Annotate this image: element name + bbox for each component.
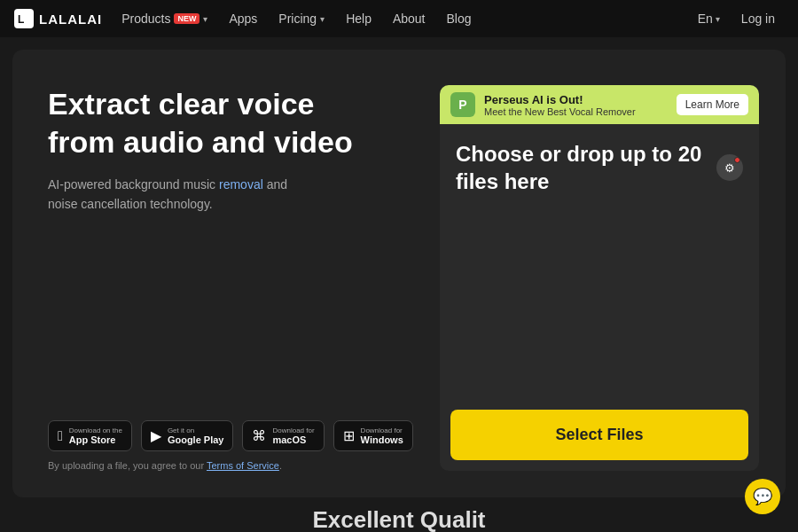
nav-about[interactable]: About [384, 8, 434, 29]
main-section: Extract clear voice from audio and video… [12, 50, 786, 497]
highlight-removal: removal [219, 177, 263, 192]
learn-more-button[interactable]: Learn More [677, 94, 748, 115]
logo[interactable]: L LALALAI [14, 9, 102, 28]
googleplay-badge[interactable]: ▶ Get it on Google Play [141, 420, 234, 451]
nav-help[interactable]: Help [337, 8, 380, 29]
nav-about-label: About [393, 12, 426, 26]
promo-icon: P [450, 92, 475, 117]
brand-name: LALALAI [39, 12, 102, 27]
dropzone-body[interactable] [440, 204, 759, 399]
navbar: L LALALAI Products NEW ▾ Apps Pricing ▾ … [0, 0, 798, 37]
nav-pricing-label: Pricing [278, 12, 317, 26]
language-label: En [698, 12, 713, 26]
notification-dot [734, 157, 740, 163]
promo-banner: P Perseus AI is Out! Meet the New Best V… [440, 85, 759, 124]
settings-button[interactable]: ⚙ [716, 154, 743, 181]
download-badges:  Download on the App Store ▶ Get it on … [48, 420, 413, 451]
chevron-down-icon: ▾ [320, 14, 325, 24]
language-selector[interactable]: En ▾ [689, 8, 729, 29]
nav-apps-label: Apps [229, 12, 257, 26]
login-button[interactable]: Log in [732, 8, 784, 29]
appstore-badge[interactable]:  Download on the App Store [48, 420, 132, 451]
nav-blog[interactable]: Blog [438, 8, 481, 29]
svg-text:L: L [18, 13, 24, 26]
promo-text: Perseus AI is Out! Meet the New Best Voc… [484, 93, 668, 117]
hero-subtitle: AI-powered background music removal andn… [48, 175, 349, 215]
right-panel: P Perseus AI is Out! Meet the New Best V… [440, 85, 759, 471]
nav-blog-label: Blog [447, 12, 472, 26]
terms-text: By uploading a file, you agree to our Te… [48, 460, 413, 471]
nav-help-label: Help [346, 12, 372, 26]
macos-badge[interactable]: ⌘ Download for macOS [242, 420, 324, 451]
logo-icon: L [14, 9, 34, 28]
nav-products[interactable]: Products NEW ▾ [113, 8, 216, 29]
gear-icon: ⚙ [724, 161, 735, 175]
chat-icon: 💬 [753, 487, 772, 506]
windows-badge[interactable]: ⊞ Download for Windows [333, 420, 413, 451]
dropzone-title: Choose or drop up to 20 files here [456, 140, 716, 195]
apple-icon:  [58, 428, 63, 444]
bottom-strip: Excellent Qualit [0, 497, 798, 532]
chat-button[interactable]: 💬 [745, 479, 780, 514]
promo-subtitle: Meet the New Best Vocal Remover [484, 106, 668, 117]
promo-title: Perseus AI is Out! [484, 93, 668, 106]
nav-apps[interactable]: Apps [220, 8, 266, 29]
nav-products-label: Products [121, 12, 170, 26]
nav-products-badge: NEW [174, 13, 200, 24]
nav-pricing[interactable]: Pricing ▾ [270, 8, 333, 29]
play-icon: ▶ [151, 427, 161, 444]
left-panel: Extract clear voice from audio and video… [48, 85, 413, 471]
chevron-down-icon: ▾ [716, 14, 720, 24]
mac-icon: ⌘ [252, 427, 266, 444]
hero-title: Extract clear voice from audio and video [48, 85, 385, 160]
terms-link[interactable]: Terms of Service [207, 460, 279, 471]
dropzone-header: Choose or drop up to 20 files here ⚙ [440, 124, 759, 204]
select-files-button[interactable]: Select Files [450, 410, 748, 460]
chevron-down-icon: ▾ [203, 14, 207, 24]
windows-icon: ⊞ [343, 427, 355, 444]
bottom-title: Excellent Qualit [312, 506, 485, 532]
